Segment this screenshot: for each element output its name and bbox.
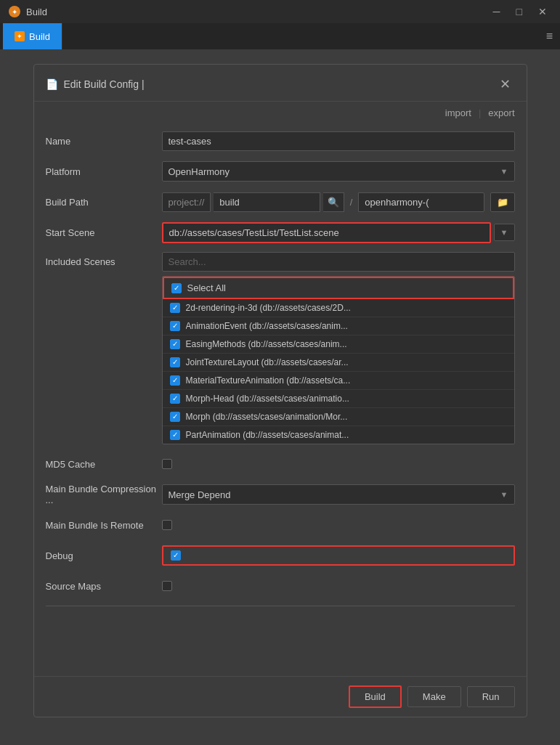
scene-item-5[interactable]: MaterialTextureAnimation (db://assets/ca… xyxy=(163,372,514,390)
scene-name-4: JointTextureLayout (db://assets/cases/ar… xyxy=(186,357,507,367)
build-button[interactable]: Build xyxy=(349,685,402,708)
export-button[interactable]: export xyxy=(488,107,514,118)
start-scene-arrow-icon[interactable]: ▼ xyxy=(494,224,515,241)
close-window-button[interactable]: ✕ xyxy=(534,4,551,19)
scene-checkbox-6[interactable] xyxy=(170,394,180,404)
minimize-button[interactable]: ─ xyxy=(489,4,505,19)
md5-cache-checkbox[interactable] xyxy=(162,459,172,469)
md5-cache-control xyxy=(162,459,515,469)
main-bundle-compression-value: Merge Depend xyxy=(169,489,231,500)
main-bundle-is-remote-row: Main Bundle Is Remote xyxy=(46,514,515,536)
main-bundle-is-remote-label: Main Bundle Is Remote xyxy=(46,520,162,531)
scene-checkbox-3[interactable] xyxy=(170,339,180,349)
main-bundle-compression-row: Main Bundle Compression ... Merge Depend… xyxy=(46,484,515,505)
dialog-title-icon: 📄 xyxy=(46,78,58,90)
window-title: Build xyxy=(26,7,47,17)
included-scenes-label: Included Scenes xyxy=(46,252,162,267)
dialog-title-text: Edit Build Config | xyxy=(64,78,145,90)
platform-value: OpenHarmony xyxy=(169,166,230,177)
source-maps-control xyxy=(162,581,515,591)
scene-item-6[interactable]: Morph-Head (db://assets/cases/animatio..… xyxy=(163,390,514,408)
dialog-header: 📄 Edit Build Config | ✕ xyxy=(34,65,527,102)
scene-checkbox-8[interactable] xyxy=(170,430,180,440)
build-path-folder-icon[interactable]: 📁 xyxy=(490,192,515,212)
scene-checkbox-2[interactable] xyxy=(170,321,180,331)
scene-checkbox-1[interactable] xyxy=(170,303,180,313)
build-path-label: Build Path xyxy=(46,197,162,208)
scene-item-4[interactable]: JointTextureLayout (db://assets/cases/ar… xyxy=(163,354,514,372)
build-path-slash: / xyxy=(347,197,356,208)
scene-item-7[interactable]: Morph (db://assets/cases/animation/Mor..… xyxy=(163,408,514,426)
included-scenes-area: Select All 2d-rendering-in-3d (db://asse… xyxy=(162,252,515,444)
platform-dropdown[interactable]: OpenHarmony ▼ xyxy=(162,161,515,182)
scene-name-1: 2d-rendering-in-3d (db://assets/cases/2D… xyxy=(186,303,507,313)
title-bar: ✦ Build ─ □ ✕ xyxy=(0,0,560,23)
build-path-row: Build Path project:// build 🔍 / openharm… xyxy=(46,191,515,213)
import-export-bar: import | export xyxy=(34,102,527,124)
scene-item-8[interactable]: PartAnimation (db://assets/cases/animat.… xyxy=(163,426,514,444)
action-bar: Build Make Run xyxy=(34,676,527,717)
import-button[interactable]: import xyxy=(445,107,471,118)
select-all-checkbox[interactable] xyxy=(171,283,182,293)
debug-control xyxy=(162,545,515,566)
debug-checkbox-wrapper xyxy=(162,545,515,566)
md5-cache-row: MD5 Cache xyxy=(46,453,515,475)
md5-cache-label: MD5 Cache xyxy=(46,459,162,470)
platform-arrow-icon: ▼ xyxy=(500,167,508,176)
main-bundle-compression-dropdown[interactable]: Merge Depend ▼ xyxy=(162,484,515,505)
make-button[interactable]: Make xyxy=(407,686,461,707)
hamburger-icon: ≡ xyxy=(546,30,553,43)
run-button[interactable]: Run xyxy=(467,686,515,707)
build-path-control: project:// build 🔍 / openharmony-( 📁 xyxy=(162,192,515,212)
start-scene-control: db://assets/cases/TestList/TestList.scen… xyxy=(162,222,515,243)
source-maps-label: Source Maps xyxy=(46,581,162,592)
source-maps-row: Source Maps xyxy=(46,575,515,597)
main-bundle-compression-label: Main Bundle Compression ... xyxy=(46,484,162,505)
platform-row: Platform OpenHarmony ▼ xyxy=(46,160,515,182)
debug-row: Debug xyxy=(46,545,515,566)
start-scene-row: Start Scene db://assets/cases/TestList/T… xyxy=(46,221,515,243)
build-path-search-icon[interactable]: 🔍 xyxy=(323,192,344,212)
scene-item-1[interactable]: 2d-rendering-in-3d (db://assets/cases/2D… xyxy=(163,299,514,317)
main-bundle-compression-arrow-icon: ▼ xyxy=(500,490,508,499)
scene-checkbox-4[interactable] xyxy=(170,357,180,367)
build-path-prefix: project:// xyxy=(162,192,211,212)
platform-control: OpenHarmony ▼ xyxy=(162,161,515,182)
dialog-title: 📄 Edit Build Config | xyxy=(46,78,145,90)
scene-name-5: MaterialTextureAnimation (db://assets/ca… xyxy=(186,375,507,386)
tab-bar: ✦ Build ≡ xyxy=(0,23,560,49)
select-all-label: Select All xyxy=(187,282,226,293)
build-tab-icon: ✦ xyxy=(15,31,25,41)
scene-item-3[interactable]: EasingMethods (db://assets/cases/anim... xyxy=(163,335,514,354)
start-scene-input[interactable]: db://assets/cases/TestList/TestList.scen… xyxy=(162,222,491,243)
scene-name-3: EasingMethods (db://assets/cases/anim... xyxy=(186,339,507,349)
platform-label: Platform xyxy=(46,166,162,177)
main-bundle-is-remote-checkbox[interactable] xyxy=(162,520,172,530)
scenes-search-input[interactable] xyxy=(162,252,515,272)
debug-checkbox[interactable] xyxy=(171,550,181,561)
included-scenes-row: Included Scenes Select All 2d-rendering-… xyxy=(46,252,515,444)
select-all-row: Select All xyxy=(163,277,514,299)
maximize-button[interactable]: □ xyxy=(512,4,527,19)
build-path-field[interactable]: build xyxy=(214,192,320,212)
build-tab[interactable]: ✦ Build xyxy=(3,23,62,49)
window-controls: ─ □ ✕ xyxy=(489,4,551,19)
start-scene-label: Start Scene xyxy=(46,227,162,238)
build-path-suffix[interactable]: openharmony-( xyxy=(358,192,484,212)
scene-name-2: AnimationEvent (db://assets/cases/anim..… xyxy=(186,321,507,331)
scene-checkbox-7[interactable] xyxy=(170,412,180,422)
dialog-close-button[interactable]: ✕ xyxy=(495,75,515,94)
tab-menu-button[interactable]: ≡ xyxy=(546,23,560,49)
name-label: Name xyxy=(46,136,162,147)
source-maps-checkbox[interactable] xyxy=(162,581,172,591)
main-bundle-compression-control: Merge Depend ▼ xyxy=(162,484,515,505)
main-bundle-is-remote-control xyxy=(162,520,515,530)
name-control xyxy=(162,131,515,151)
scene-name-7: Morph (db://assets/cases/animation/Mor..… xyxy=(186,412,507,422)
scene-item-2[interactable]: AnimationEvent (db://assets/cases/anim..… xyxy=(163,317,514,335)
edit-build-config-dialog: 📄 Edit Build Config | ✕ import | export … xyxy=(33,64,527,717)
scene-checkbox-5[interactable] xyxy=(170,375,180,386)
form-area: Name Platform OpenHarmony ▼ Build Path xyxy=(34,124,527,676)
import-export-separator: | xyxy=(479,107,481,118)
name-input[interactable] xyxy=(162,131,515,151)
